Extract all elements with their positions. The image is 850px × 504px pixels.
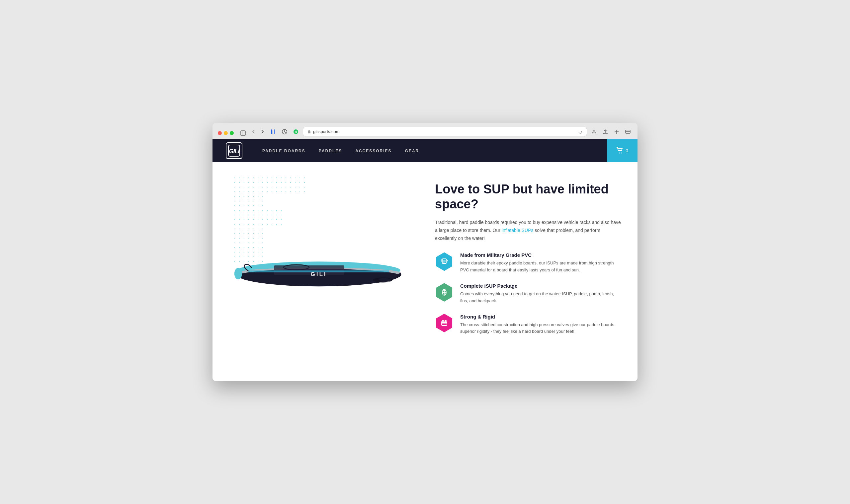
feature-icon-green [435, 283, 454, 302]
nav-buttons [250, 128, 266, 136]
svg-text:GILI: GILI [310, 271, 327, 277]
tabs-button[interactable] [624, 127, 632, 136]
browser-controls: G gilisports.com [218, 127, 632, 139]
extension-icon-3[interactable]: G [292, 127, 300, 136]
svg-rect-0 [241, 131, 245, 136]
svg-rect-3 [273, 130, 273, 134]
feature-desc-complete-package: Comes with everything you need to get on… [460, 291, 621, 305]
maximize-button[interactable] [230, 131, 234, 135]
feature-text-complete-package: Complete iSUP Package Comes with everyth… [460, 283, 621, 305]
svg-point-16 [619, 152, 620, 154]
website: GILI PADDLE BOARDS PADDLES ACCESSORIES G… [212, 139, 638, 381]
close-button[interactable] [218, 131, 222, 135]
svg-text:G: G [295, 130, 297, 134]
feature-text-military-grade: Made from Military Grade PVC More durabl… [460, 252, 621, 274]
nav-link-paddles[interactable]: PADDLES [319, 149, 342, 153]
hero-description: Traditional, hard paddle boards required… [435, 219, 621, 242]
feature-title-complete-package: Complete iSUP Package [460, 283, 621, 289]
extension-icon-2[interactable] [280, 127, 289, 136]
new-tab-button[interactable] [612, 127, 621, 136]
browser-titlebar: G gilisports.com [212, 123, 638, 139]
feature-list: Made from Military Grade PVC More durabl… [435, 252, 621, 335]
svg-point-27 [235, 268, 242, 280]
svg-rect-8 [308, 131, 310, 133]
main-content: GILI Love to SUP but [212, 162, 638, 355]
reload-icon[interactable] [578, 129, 583, 134]
feature-text-strong-rigid: Strong & Rigid The cross-stitched constr… [460, 314, 621, 336]
cart-button[interactable]: 0 [607, 139, 638, 162]
site-logo[interactable]: GILI [226, 142, 242, 159]
svg-rect-4 [274, 129, 275, 134]
feature-title-strong-rigid: Strong & Rigid [460, 314, 621, 320]
address-bar[interactable]: gilisports.com [303, 127, 587, 137]
toolbar-icons [239, 129, 247, 137]
left-panel: GILI [212, 162, 425, 355]
logo-box: GILI [226, 142, 242, 159]
nav-link-accessories[interactable]: ACCESSORIES [355, 149, 392, 153]
feature-desc-strong-rigid: The cross-stitched construction and high… [460, 322, 621, 336]
address-bar-right-icons [578, 129, 583, 134]
feature-icon-blue [435, 252, 454, 271]
svg-point-9 [593, 130, 595, 132]
forward-button[interactable] [258, 128, 266, 136]
feature-desc-military-grade: More durable their epoxy paddle boards, … [460, 260, 621, 274]
browser-window: G gilisports.com [212, 123, 638, 381]
page-footer [212, 355, 638, 381]
extension-icon-1[interactable] [269, 127, 278, 136]
feature-item-military-grade: Made from Military Grade PVC More durabl… [435, 252, 621, 274]
military-pvc-icon [439, 257, 449, 266]
nav-item-paddles[interactable]: PADDLES [319, 148, 342, 154]
paddle-board-image: GILI [232, 246, 405, 292]
feature-item-strong-rigid: Strong & Rigid The cross-stitched constr… [435, 314, 621, 336]
url-text: gilisports.com [313, 129, 339, 134]
right-panel: Love to SUP but have limited space? Trad… [425, 162, 638, 355]
svg-point-17 [621, 152, 622, 154]
svg-rect-35 [441, 321, 447, 325]
feature-title-military-grade: Made from Military Grade PVC [460, 252, 621, 258]
nav-link-gear[interactable]: GEAR [405, 149, 419, 153]
account-button[interactable] [590, 127, 598, 136]
feature-item-complete-package: Complete iSUP Package Comes with everyth… [435, 283, 621, 305]
share-button[interactable] [601, 127, 610, 136]
strong-rigid-icon [439, 319, 449, 328]
hero-headline: Love to SUP but have limited space? [435, 182, 621, 212]
nav-item-accessories[interactable]: ACCESSORIES [355, 148, 392, 154]
inflatable-sups-link[interactable]: inflatable SUPs [502, 228, 534, 233]
nav-item-gear[interactable]: GEAR [405, 148, 419, 154]
sidebar-toggle-button[interactable] [239, 129, 247, 137]
svg-rect-12 [626, 130, 630, 133]
lock-icon [307, 130, 311, 134]
complete-package-icon [439, 288, 449, 297]
cart-icon [616, 147, 623, 154]
feature-icon-pink [435, 314, 454, 332]
nav-link-paddle-boards[interactable]: PADDLE BOARDS [262, 149, 306, 153]
svg-text:GILI: GILI [229, 148, 240, 155]
traffic-lights [218, 131, 234, 135]
back-button[interactable] [250, 128, 258, 136]
minimize-button[interactable] [224, 131, 228, 135]
svg-rect-2 [271, 129, 272, 134]
site-nav: GILI PADDLE BOARDS PADDLES ACCESSORIES G… [212, 139, 638, 162]
nav-item-paddle-boards[interactable]: PADDLE BOARDS [262, 148, 306, 154]
cart-count: 0 [626, 148, 628, 153]
nav-links: PADDLE BOARDS PADDLES ACCESSORIES GEAR [262, 148, 419, 154]
